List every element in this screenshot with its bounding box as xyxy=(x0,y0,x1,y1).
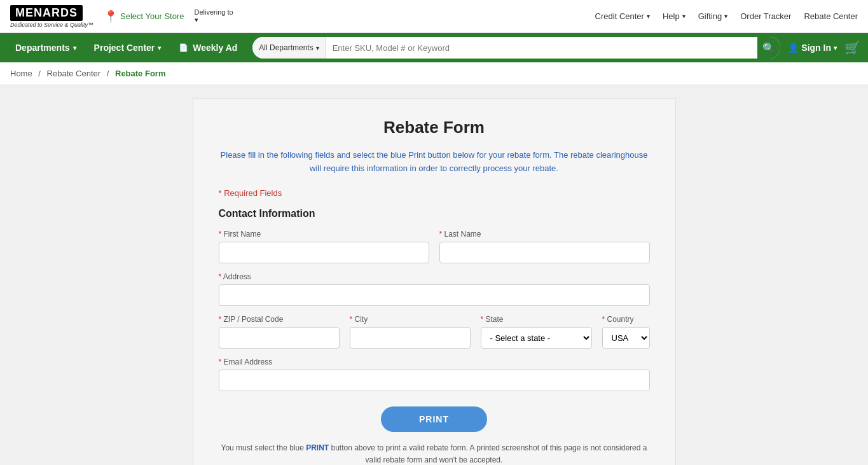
address-group: * Address xyxy=(219,272,650,306)
gifting-chevron: ▾ xyxy=(724,13,727,20)
delivering-to-label: Delivering to xyxy=(195,8,233,16)
zip-label: * ZIP / Postal Code xyxy=(219,315,340,324)
departments-chevron: ▾ xyxy=(73,45,76,52)
form-description: Please fill in the following fields and … xyxy=(219,149,650,176)
first-name-input[interactable] xyxy=(219,242,429,263)
state-label: * State xyxy=(481,315,592,324)
print-button[interactable]: PRINT xyxy=(381,406,487,432)
credit-center-chevron: ▾ xyxy=(647,13,650,20)
main-content: Rebate Form Please fill in the following… xyxy=(0,85,868,465)
search-icon: 🔍 xyxy=(762,42,775,54)
zip-group: * ZIP / Postal Code xyxy=(219,315,340,349)
gifting-link[interactable]: Gifting ▾ xyxy=(698,11,728,21)
sign-in-chevron: ▾ xyxy=(834,45,837,52)
search-bar: All Departments ▾ 🔍 xyxy=(252,37,780,59)
breadcrumb-separator-1: / xyxy=(38,69,41,78)
weekly-ad-nav-item[interactable]: 📄 Weekly Ad xyxy=(171,33,245,62)
last-name-req-asterisk: * xyxy=(439,230,444,239)
sign-in-button[interactable]: 👤 Sign In ▾ xyxy=(788,43,837,53)
first-name-group: * First Name xyxy=(219,230,429,263)
last-name-label: * Last Name xyxy=(439,230,650,239)
first-name-label: * First Name xyxy=(219,230,429,239)
sign-in-label: Sign In xyxy=(801,43,831,53)
address-req-asterisk: * xyxy=(219,272,223,281)
print-note-emphasis: PRINT xyxy=(306,443,329,452)
rebate-center-link[interactable]: Rebate Center xyxy=(804,11,858,21)
contact-info-section-title: Contact Information xyxy=(219,208,650,219)
email-label: * Email Address xyxy=(219,357,650,366)
search-input[interactable] xyxy=(326,37,758,59)
city-input[interactable] xyxy=(350,327,471,349)
country-label: * Country xyxy=(602,315,650,324)
search-category-label: All Departments xyxy=(259,43,313,52)
user-icon: 👤 xyxy=(788,43,799,53)
email-row: * Email Address xyxy=(219,357,650,391)
email-group: * Email Address xyxy=(219,357,650,391)
city-req-asterisk: * xyxy=(350,315,355,324)
credit-center-label: Credit Center xyxy=(595,11,644,21)
store-select-button[interactable]: 📍 Select Your Store xyxy=(104,10,184,24)
weekly-ad-icon: 📄 xyxy=(179,43,188,52)
help-link[interactable]: Help ▾ xyxy=(663,11,685,21)
order-tracker-link[interactable]: Order Tracker xyxy=(740,11,791,21)
top-bar-right: Credit Center ▾ Help ▾ Gifting ▾ Order T… xyxy=(595,11,858,21)
search-category-chevron: ▾ xyxy=(316,45,319,52)
credit-center-link[interactable]: Credit Center ▾ xyxy=(595,11,650,21)
country-select[interactable]: USA xyxy=(602,327,650,349)
address-input[interactable] xyxy=(219,284,650,306)
search-button[interactable]: 🔍 xyxy=(757,37,780,59)
breadcrumb: Home / Rebate Center / Rebate Form xyxy=(0,62,868,85)
brand-logo[interactable]: MENARDS xyxy=(10,5,83,21)
rebate-center-label: Rebate Center xyxy=(804,11,858,21)
top-bar-left: MENARDS Dedicated to Service & Quality™ … xyxy=(10,5,233,28)
breadcrumb-rebate-center[interactable]: Rebate Center xyxy=(47,69,101,78)
form-title: Rebate Form xyxy=(219,118,650,137)
breadcrumb-home[interactable]: Home xyxy=(10,69,32,78)
country-group: * Country USA xyxy=(602,315,650,349)
search-category-dropdown[interactable]: All Departments ▾ xyxy=(252,37,326,59)
project-center-chevron: ▾ xyxy=(158,45,161,52)
logo-area: MENARDS Dedicated to Service & Quality™ xyxy=(10,5,93,28)
order-tracker-label: Order Tracker xyxy=(740,11,791,21)
brand-tagline: Dedicated to Service & Quality™ xyxy=(10,22,93,28)
last-name-input[interactable] xyxy=(439,242,650,263)
project-center-label: Project Center xyxy=(94,43,155,53)
nav-right: 👤 Sign In ▾ 🛒 xyxy=(788,40,860,55)
zip-req-asterisk: * xyxy=(219,315,224,324)
departments-nav-item[interactable]: Departments ▾ xyxy=(8,33,84,62)
departments-label: Departments xyxy=(15,43,70,53)
zip-input[interactable] xyxy=(219,327,340,349)
address-row: * Address xyxy=(219,272,650,306)
email-req-asterisk: * xyxy=(219,357,224,366)
nav-bar: Departments ▾ Project Center ▾ 📄 Weekly … xyxy=(0,33,868,62)
country-req-asterisk: * xyxy=(602,315,607,324)
location-pin-icon: 📍 xyxy=(104,10,118,24)
address-label: * Address xyxy=(219,272,650,281)
store-select-label: Select Your Store xyxy=(120,11,184,21)
city-group: * City xyxy=(350,315,471,349)
rebate-form-container: Rebate Form Please fill in the following… xyxy=(193,98,676,465)
top-bar: MENARDS Dedicated to Service & Quality™ … xyxy=(0,0,868,33)
cart-button[interactable]: 🛒 xyxy=(844,40,860,55)
breadcrumb-current: Rebate Form xyxy=(115,69,165,78)
state-req-asterisk: * xyxy=(481,315,486,324)
last-name-group: * Last Name xyxy=(439,230,650,263)
gifting-label: Gifting xyxy=(698,11,722,21)
email-input[interactable] xyxy=(219,370,650,391)
delivering-to-chevron: ▾ xyxy=(195,16,233,24)
breadcrumb-separator-2: / xyxy=(107,69,109,78)
name-row: * First Name * Last Name xyxy=(219,230,650,263)
state-select[interactable]: - Select a state - xyxy=(481,327,592,349)
delivering-to-section[interactable]: Delivering to ▾ xyxy=(195,8,233,24)
city-label: * City xyxy=(350,315,471,324)
first-name-req-asterisk: * xyxy=(219,230,224,239)
print-note: You must select the blue PRINT button ab… xyxy=(219,442,650,465)
help-label: Help xyxy=(663,11,680,21)
project-center-nav-item[interactable]: Project Center ▾ xyxy=(86,33,169,62)
required-fields-note: * Required Fields xyxy=(219,188,650,198)
help-chevron: ▾ xyxy=(682,13,685,20)
location-row: * ZIP / Postal Code * City * State - Sel… xyxy=(219,315,650,349)
weekly-ad-label: Weekly Ad xyxy=(193,43,237,53)
state-group: * State - Select a state - xyxy=(481,315,592,349)
